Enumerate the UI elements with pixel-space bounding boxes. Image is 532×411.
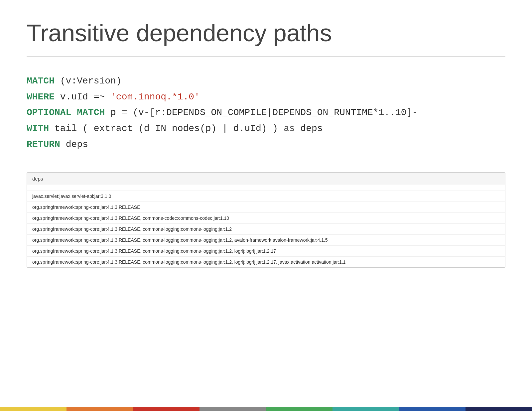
bar-red [133, 407, 200, 411]
table-row: org.springframework:spring-core:jar:4.1.… [27, 213, 505, 224]
code-line-4: WITH tail ( extract (d IN nodes(p) | d.u… [27, 121, 505, 137]
keyword-return: RETURN [27, 139, 60, 150]
keyword-match: MATCH [27, 76, 55, 86]
table-row: javax.servlet:javax.servlet-api:jar:3.1.… [27, 191, 505, 202]
page-title: Transitive dependency paths [27, 20, 505, 46]
keyword-match-2: MATCH [77, 107, 105, 118]
table-row: org.springframework:spring-core:jar:4.1.… [27, 202, 505, 213]
main-content: Transitive dependency paths MATCH (v:Ver… [0, 0, 532, 314]
table-row [27, 185, 505, 191]
keyword-where: WHERE [27, 92, 55, 102]
bar-teal [332, 407, 399, 411]
keyword-optional: OPTIONAL [27, 107, 71, 118]
bar-gray [200, 407, 266, 411]
code-line4-part1: tail ( extract (d IN nodes(p) | d.uId) ) [49, 123, 284, 134]
code-line3-rest: p = (v-[r:DEPENDS_ON_COMPILE|DEPENDS_ON_… [105, 107, 418, 118]
bar-blue [399, 407, 466, 411]
bar-green [266, 407, 332, 411]
bar-navy [466, 407, 532, 411]
results-table: deps javax.servlet:javax.servlet-api:jar… [27, 172, 505, 268]
table-header: deps [27, 173, 505, 185]
code-line3-space [71, 107, 77, 118]
bottom-bar [0, 407, 532, 411]
code-line-1: MATCH (v:Version) [27, 73, 505, 89]
table-row: org.springframework:spring-core:jar:4.1.… [27, 224, 505, 235]
bar-yellow [0, 407, 66, 411]
table-row: org.springframework:spring-core:jar:4.1.… [27, 246, 505, 257]
code-block: MATCH (v:Version) WHERE v.uId =~ 'com.in… [27, 73, 505, 152]
keyword-as: as [284, 123, 295, 134]
table-row: org.springframework:spring-core:jar:4.1.… [27, 235, 505, 246]
code-line5-rest: deps [60, 139, 88, 150]
code-line-5: RETURN deps [27, 137, 505, 153]
bar-orange [66, 407, 133, 411]
code-line4-part2: deps [295, 123, 323, 134]
code-line2-rest: v.uId =~ [55, 92, 110, 102]
table-row: org.springframework:spring-core:jar:4.1.… [27, 257, 505, 267]
code-line-2: WHERE v.uId =~ 'com.innoq.*1.0' [27, 89, 505, 105]
keyword-with: WITH [27, 123, 49, 134]
code-line2-str: 'com.innoq.*1.0' [110, 92, 200, 102]
code-line-3: OPTIONAL MATCH p = (v-[r:DEPENDS_ON_COMP… [27, 105, 505, 121]
code-line1-rest: (v:Version) [55, 76, 122, 86]
divider [27, 56, 505, 57]
